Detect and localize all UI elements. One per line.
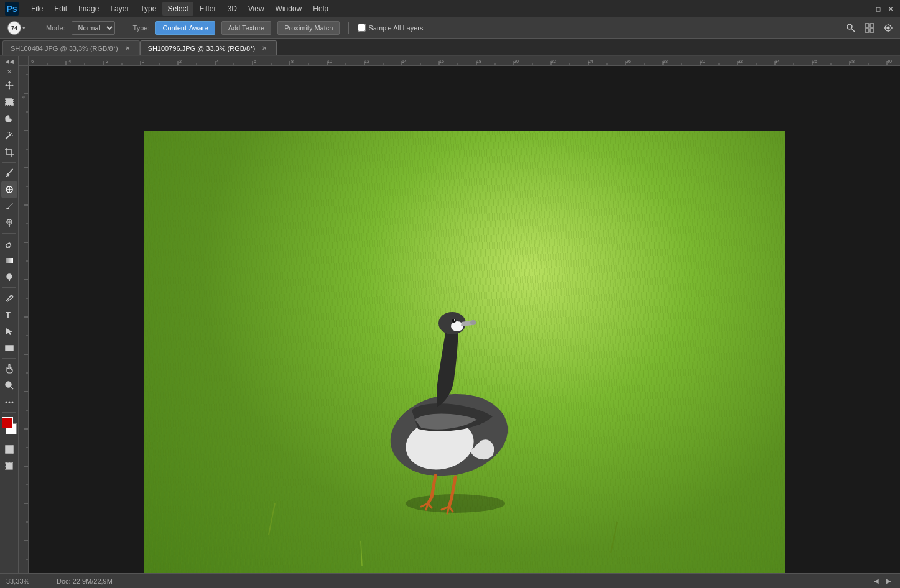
svg-text:34: 34 <box>775 59 780 63</box>
toolbar: ◀◀ ✕ <box>0 56 19 573</box>
svg-text:22: 22 <box>551 59 556 63</box>
menu-layer[interactable]: Layer <box>105 2 134 16</box>
type-label: Type: <box>133 24 150 32</box>
svg-point-44 <box>5 402 7 403</box>
sample-all-layers-label: Sample All Layers <box>368 24 423 32</box>
magic-wand-tool-btn[interactable] <box>1 127 17 144</box>
svg-line-168 <box>269 503 275 535</box>
toolbar-close-btn[interactable]: ✕ <box>2 67 16 76</box>
tab-sh100796-close[interactable]: ✕ <box>260 44 269 53</box>
canvas-image[interactable] <box>144 131 785 573</box>
svg-text:18: 18 <box>476 59 481 63</box>
nav-next-btn[interactable]: ▶ <box>884 576 894 586</box>
tab-sh100484-close[interactable]: ✕ <box>123 44 132 53</box>
canvas-area[interactable]: -6 -4 -2 0 2 4 <box>19 56 900 573</box>
canvas-viewport[interactable] <box>29 66 900 573</box>
target-icon[interactable] <box>881 21 895 35</box>
menu-bar: File Edit Image Layer Type Select Filter… <box>26 2 333 16</box>
brush-tool-btn[interactable] <box>1 198 17 214</box>
add-texture-button[interactable]: Add Texture <box>221 21 272 35</box>
artboard-tool-btn[interactable] <box>1 458 17 474</box>
mode-select[interactable]: Normal <box>72 21 115 35</box>
content-aware-button[interactable]: Content-Aware <box>155 21 215 35</box>
canvas-container <box>144 131 785 573</box>
svg-text:10: 10 <box>327 59 332 63</box>
svg-text:-4: -4 <box>21 96 26 100</box>
restore-button[interactable]: ◻ <box>874 4 883 13</box>
gradient-tool-btn[interactable] <box>1 252 17 269</box>
eraser-tool-btn[interactable] <box>1 236 17 252</box>
sample-all-layers-checkbox[interactable] <box>358 24 366 32</box>
menu-help[interactable]: Help <box>308 2 333 16</box>
vertical-ruler: -4 <box>19 56 29 573</box>
menu-view[interactable]: View <box>243 2 269 16</box>
pen-tool-btn[interactable] <box>1 290 17 306</box>
svg-text:8: 8 <box>291 59 294 63</box>
eyedropper-tool-btn[interactable] <box>1 165 17 181</box>
status-nav: ◀ ▶ <box>871 576 894 586</box>
menu-select[interactable]: Select <box>162 2 193 16</box>
menu-filter[interactable]: Filter <box>195 2 221 16</box>
color-swatches <box>1 417 18 434</box>
goose-illustration <box>144 131 785 573</box>
foreground-color-swatch[interactable] <box>2 417 13 428</box>
tool-divider-5 <box>2 439 16 439</box>
svg-text:-6: -6 <box>30 59 34 63</box>
rectangular-marquee-tool-btn[interactable] <box>1 94 17 110</box>
zoom-tool-btn[interactable] <box>1 377 17 393</box>
lasso-tool-btn[interactable] <box>1 111 17 127</box>
search-icon[interactable] <box>844 21 858 35</box>
menu-image[interactable]: Image <box>73 2 104 16</box>
blur-tool-btn[interactable] <box>1 269 17 285</box>
menu-3d[interactable]: 3D <box>222 2 241 16</box>
title-bar-right: − ◻ ✕ <box>861 4 895 13</box>
nav-prev-btn[interactable]: ◀ <box>871 576 881 586</box>
svg-rect-33 <box>6 243 11 248</box>
proximity-match-button[interactable]: Proximity Match <box>277 21 340 35</box>
sample-all-layers-checkbox-label[interactable]: Sample All Layers <box>358 24 423 32</box>
tab-sh100796[interactable]: SH100796.JPG @ 33,3% (RGB/8*) ✕ <box>140 40 277 55</box>
svg-rect-5 <box>870 29 874 32</box>
workspace-icon[interactable] <box>863 21 876 35</box>
ruler-corner <box>19 56 29 66</box>
svg-text:-4: -4 <box>67 59 71 63</box>
rectangle-shape-tool-btn[interactable] <box>1 340 17 356</box>
tab-sh100484[interactable]: SH100484.JPG @ 33,3% (RGB/8*) ✕ <box>2 40 140 55</box>
menu-type[interactable]: Type <box>135 2 161 16</box>
svg-text:24: 24 <box>588 59 593 63</box>
hand-tool-btn[interactable] <box>1 361 17 377</box>
svg-line-41 <box>11 387 13 389</box>
healing-brush-tool-btn[interactable] <box>1 181 17 198</box>
main-area: ◀◀ ✕ <box>0 56 900 573</box>
title-bar: Ps File Edit Image Layer Type Select Fil… <box>0 0 900 17</box>
tool-divider-4 <box>2 358 16 359</box>
svg-text:28: 28 <box>663 59 668 63</box>
type-tool-btn[interactable]: T <box>1 306 17 323</box>
clone-stamp-tool-btn[interactable] <box>1 215 17 231</box>
menu-edit[interactable]: Edit <box>49 2 72 16</box>
path-select-tool-btn[interactable] <box>1 323 17 339</box>
svg-text:0: 0 <box>142 59 144 63</box>
svg-text:36: 36 <box>812 59 817 63</box>
svg-point-37 <box>9 296 11 298</box>
minimize-button[interactable]: − <box>861 4 870 13</box>
svg-text:6: 6 <box>254 59 256 63</box>
close-button[interactable]: ✕ <box>886 4 895 13</box>
status-separator <box>50 577 50 586</box>
more-tools-btn[interactable] <box>1 394 17 410</box>
menu-window[interactable]: Window <box>271 2 307 16</box>
toolbar-collapse[interactable]: ◀◀ <box>5 58 14 65</box>
status-bar: 33,33% Doc: 22,9M/22,9M ◀ ▶ <box>0 573 900 588</box>
move-tool-btn[interactable] <box>1 77 17 93</box>
menu-file[interactable]: File <box>26 2 48 16</box>
svg-line-14 <box>6 134 11 139</box>
svg-point-36 <box>7 274 12 279</box>
svg-text:12: 12 <box>364 59 369 63</box>
brush-preset-picker[interactable]: 74 ▾ <box>5 20 28 36</box>
separator-3 <box>348 22 349 34</box>
svg-point-167 <box>454 319 455 321</box>
frame-tool-btn[interactable] <box>1 441 17 457</box>
brush-dropdown-arrow: ▾ <box>22 25 26 31</box>
tab-sh100796-label: SH100796.JPG @ 33,3% (RGB/8*) <box>148 45 256 52</box>
crop-tool-btn[interactable] <box>1 144 17 160</box>
